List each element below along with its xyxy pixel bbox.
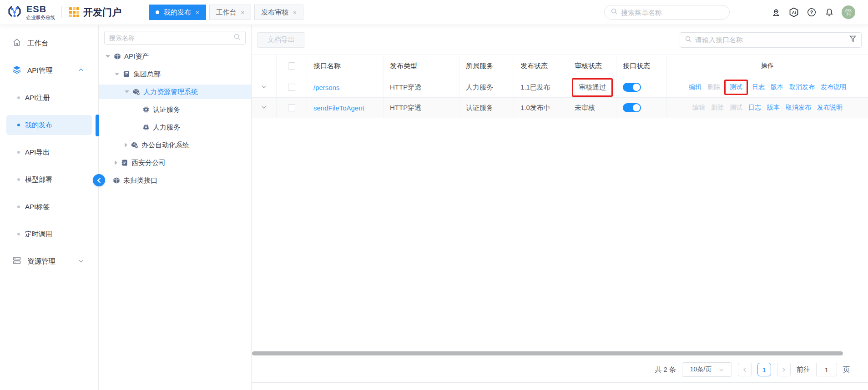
col-header-expand [252,55,277,77]
tree-node-group-hq[interactable]: 集团总部 [99,67,251,81]
api-status-cell [616,98,667,118]
system-cube-gear-icon [133,88,140,95]
op-delete-link: 删除 [707,83,720,91]
next-page-button[interactable] [777,363,791,376]
tree-node-xian-branch[interactable]: 西安分公司 [99,155,251,170]
filter-funnel-icon[interactable] [849,35,857,45]
current-page-button[interactable]: 1 [757,363,771,376]
tab-label: 我的发布 [164,8,191,17]
tree-node-hr-service[interactable]: 人力服务 [99,120,251,135]
menu-search-input[interactable] [621,9,723,16]
page-size-select[interactable]: 10条/页 [682,362,732,377]
main-content: 文档导出 接口 [252,25,868,390]
tree-node-auth-service[interactable]: 认证服务 [99,102,251,117]
chevron-down-icon[interactable] [260,83,267,92]
op-version-link[interactable]: 版本 [771,83,783,91]
pub-status-cell: 1.0发布中 [514,98,568,118]
sidebar-item-api-export[interactable]: API导出 [6,142,92,162]
user-avatar[interactable]: 管 [842,5,855,19]
expand-caret-icon[interactable] [125,90,129,93]
op-test-link[interactable]: 测试 [730,83,742,90]
sidebar-collapse-button[interactable] [93,174,105,186]
sidebar-item-my-publish[interactable]: 我的发布 [6,115,92,135]
sidebar-item-label: API导出 [25,148,50,157]
avatar-text: 管 [845,8,852,17]
goto-page-input[interactable] [816,363,837,376]
row-expand-cell[interactable] [252,77,277,97]
interface-name-cell: /persons [307,77,384,97]
scrollbar-thumb[interactable] [252,351,843,355]
op-pub-note-link[interactable]: 发布说明 [821,83,846,91]
audit-status-value: 审核通过 [579,83,606,91]
tab-close-icon[interactable]: × [196,9,199,16]
tree-node-api-assets[interactable]: API资产 [99,49,251,64]
sidebar-item-resource-management[interactable]: 资源管理 [0,251,98,271]
op-unpublish-link[interactable]: 取消发布 [786,104,811,112]
sidebar-item-label: 定时调用 [25,230,52,239]
tree-node-unclassified[interactable]: 未归类接口 [99,173,251,188]
audit-status-cell: 审核通过 [568,77,616,97]
api-tree-panel: API资产 集团总部 人力资源管理系统 认证服务 人 [99,25,252,390]
op-edit-link[interactable]: 编辑 [689,83,701,91]
row-checkbox[interactable] [288,104,295,111]
row-checkbox[interactable] [288,84,295,91]
tab-my-publish[interactable]: 我的发布 × [149,5,206,20]
tree-search-box[interactable] [104,31,246,45]
pagination-bar: 共 2 条 10条/页 1 前往 页 [252,357,868,383]
chevron-up-icon [78,66,84,75]
collapse-caret-icon[interactable] [115,160,117,165]
sidebar-item-api-management[interactable]: API管理 [0,60,98,80]
api-status-toggle[interactable] [623,83,641,92]
expand-caret-icon[interactable] [115,73,119,75]
help-icon[interactable]: ? [806,7,817,18]
chip-icon [142,124,150,131]
notification-bell-icon[interactable] [824,7,835,18]
doc-export-button[interactable]: 文档导出 [257,32,305,48]
op-log-link[interactable]: 日志 [752,83,765,91]
api-status-toggle[interactable] [623,103,641,112]
op-log-link[interactable]: 日志 [748,104,761,112]
logo-divider [61,6,62,18]
expand-caret-icon[interactable] [106,55,110,58]
collapse-caret-icon[interactable] [125,143,127,147]
prev-page-button[interactable] [738,363,752,376]
interface-name-link[interactable]: sendFileToAgent [313,104,364,112]
esb-network-icon [7,4,23,21]
sidebar-item-api-register[interactable]: API注册 [6,88,92,108]
tree-node-oa-system[interactable]: 办公自动化系统 [99,138,251,152]
col-header-audit-status: 审核状态 [568,55,616,77]
sidebar-item-model-deploy[interactable]: 模型部署 [6,170,92,190]
op-version-link[interactable]: 版本 [767,104,780,112]
horizontal-scrollbar[interactable] [252,351,868,355]
ai-badge-text: AI [792,10,796,15]
col-header-operations: 操作 [667,55,868,77]
tab-close-icon[interactable]: × [241,9,245,16]
op-pub-note-link[interactable]: 发布说明 [817,104,843,112]
tab-workbench[interactable]: 工作台 × [209,5,252,20]
location-pin-icon[interactable] [771,7,782,18]
chevron-down-icon[interactable] [260,104,267,112]
tree-node-hr-system[interactable]: 人力资源管理系统 [99,85,251,99]
ai-assistant-icon[interactable]: AI [788,7,799,18]
sidebar-item-workbench[interactable]: 工作台 [0,33,98,53]
select-all-checkbox[interactable] [288,62,295,70]
pub-status-cell: 1.1已发布 [514,77,568,97]
tab-label: 发布审核 [261,8,288,17]
op-unpublish-link[interactable]: 取消发布 [789,83,815,91]
interface-search-input[interactable] [695,36,846,44]
tree-node-label: 人力资源管理系统 [143,88,198,96]
table-row: /persons HTTP穿透 人力服务 1.1已发布 审核通过 编辑 删除 [252,77,868,98]
row-expand-cell[interactable] [252,98,277,118]
interface-name-link[interactable]: /persons [313,84,340,91]
tree-search-input[interactable] [109,34,231,41]
tab-close-icon[interactable]: × [293,9,297,16]
interface-search-box[interactable] [680,32,862,48]
audit-status-cell: 未审核 [568,98,616,118]
chevron-down-icon [78,257,84,265]
menu-search-box[interactable] [604,5,730,20]
esb-logo: ESB 企业服务总线 [0,4,55,21]
col-header-service: 所属服务 [459,55,514,77]
tab-publish-audit[interactable]: 发布审核 × [254,5,303,20]
sidebar-item-scheduled-call[interactable]: 定时调用 [6,224,92,244]
sidebar-item-api-tags[interactable]: API标签 [6,197,92,217]
